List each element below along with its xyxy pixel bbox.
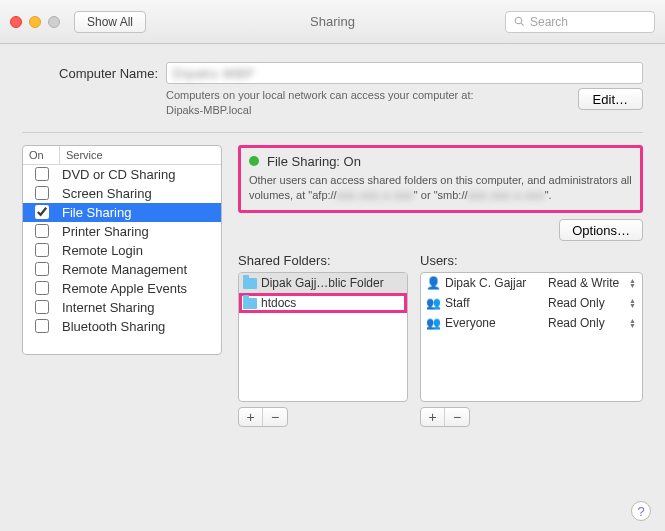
user-icon: 👥 (425, 296, 441, 310)
folder-row[interactable]: Dipak Gajj…blic Folder (239, 273, 407, 293)
permission-value: Read & Write (548, 276, 619, 290)
remove-folder-button[interactable]: − (263, 408, 287, 426)
service-label: Screen Sharing (60, 186, 221, 201)
edit-button[interactable]: Edit… (578, 88, 643, 110)
status-description: Other users can access shared folders on… (249, 173, 632, 203)
status-title: File Sharing: On (267, 154, 361, 169)
user-name: Everyone (445, 316, 548, 330)
service-label: Bluetooth Sharing (60, 319, 221, 334)
computer-name-hint-row: Computers on your local network can acce… (22, 88, 643, 118)
folder-icon (243, 278, 257, 289)
window-title: Sharing (310, 14, 355, 29)
users-label: Users: (420, 253, 643, 268)
zoom-icon[interactable] (48, 16, 60, 28)
service-label: File Sharing (60, 205, 221, 220)
minimize-icon[interactable] (29, 16, 41, 28)
service-checkbox[interactable] (35, 243, 49, 257)
add-user-button[interactable]: + (421, 408, 445, 426)
computer-name-row: Computer Name: Dipaks MBP (22, 62, 643, 84)
add-folder-button[interactable]: + (239, 408, 263, 426)
status-line: File Sharing: On (249, 154, 632, 169)
user-name: Dipak C. Gajjar (445, 276, 548, 290)
service-checkbox[interactable] (35, 262, 49, 276)
search-input[interactable]: Search (505, 11, 655, 33)
service-label: Internet Sharing (60, 300, 221, 315)
search-placeholder: Search (530, 15, 568, 29)
service-label: Remote Apple Events (60, 281, 221, 296)
user-row[interactable]: 👥StaffRead Only▲▼ (421, 293, 642, 313)
folders-add-remove: + − (238, 407, 288, 427)
show-all-button[interactable]: Show All (74, 11, 146, 33)
remove-user-button[interactable]: − (445, 408, 469, 426)
service-checkbox[interactable] (35, 300, 49, 314)
service-label: Remote Login (60, 243, 221, 258)
user-row[interactable]: 👥EveryoneRead Only▲▼ (421, 313, 642, 333)
services-panel: On Service DVD or CD SharingScreen Shari… (22, 145, 222, 428)
service-label: Remote Management (60, 262, 221, 277)
service-checkbox[interactable] (35, 205, 49, 219)
close-icon[interactable] (10, 16, 22, 28)
folder-name: htdocs (261, 296, 296, 310)
folder-row[interactable]: htdocs (239, 293, 407, 313)
folder-icon (243, 298, 257, 309)
shared-folders-label: Shared Folders: (238, 253, 408, 268)
service-row[interactable]: DVD or CD Sharing (23, 165, 221, 184)
status-box: File Sharing: On Other users can access … (238, 145, 643, 214)
permission-selector[interactable]: Read & Write▲▼ (548, 276, 638, 290)
computer-name-label: Computer Name: (22, 66, 158, 81)
stepper-icon[interactable]: ▲▼ (629, 318, 636, 328)
titlebar: Show All Sharing Search (0, 0, 665, 44)
options-button[interactable]: Options… (559, 219, 643, 241)
separator (22, 132, 643, 133)
service-row[interactable]: File Sharing (23, 203, 221, 222)
permission-selector[interactable]: Read Only▲▼ (548, 296, 638, 310)
status-indicator-icon (249, 156, 259, 166)
service-label: DVD or CD Sharing (60, 167, 221, 182)
service-row[interactable]: Screen Sharing (23, 184, 221, 203)
services-list[interactable]: On Service DVD or CD SharingScreen Shari… (22, 145, 222, 355)
content: Computer Name: Dipaks MBP Computers on y… (0, 44, 665, 445)
service-row[interactable]: Printer Sharing (23, 222, 221, 241)
computer-name-hint: Computers on your local network can acce… (166, 88, 566, 118)
users-column: Users: 👤Dipak C. GajjarRead & Write▲▼👥St… (420, 253, 643, 427)
permission-value: Read Only (548, 316, 605, 330)
help-button[interactable]: ? (631, 501, 651, 521)
stepper-icon[interactable]: ▲▼ (629, 278, 636, 288)
detail-panel: File Sharing: On Other users can access … (238, 145, 643, 428)
permission-selector[interactable]: Read Only▲▼ (548, 316, 638, 330)
service-checkbox[interactable] (35, 319, 49, 333)
service-row[interactable]: Bluetooth Sharing (23, 317, 221, 336)
stepper-icon[interactable]: ▲▼ (629, 298, 636, 308)
service-row[interactable]: Remote Management (23, 260, 221, 279)
service-row[interactable]: Internet Sharing (23, 298, 221, 317)
services-header: On Service (23, 146, 221, 165)
user-name: Staff (445, 296, 548, 310)
service-checkbox[interactable] (35, 167, 49, 181)
service-label: Printer Sharing (60, 224, 221, 239)
user-icon: 👥 (425, 316, 441, 330)
shared-folders-list[interactable]: Dipak Gajj…blic Folderhtdocs (238, 272, 408, 402)
folder-name: Dipak Gajj…blic Folder (261, 276, 384, 290)
service-row[interactable]: Remote Apple Events (23, 279, 221, 298)
service-checkbox[interactable] (35, 186, 49, 200)
users-list[interactable]: 👤Dipak C. GajjarRead & Write▲▼👥StaffRead… (420, 272, 643, 402)
computer-name-value: Dipaks MBP (173, 66, 255, 81)
service-checkbox[interactable] (35, 281, 49, 295)
permission-value: Read Only (548, 296, 605, 310)
users-add-remove: + − (420, 407, 470, 427)
search-icon (514, 16, 525, 27)
user-row[interactable]: 👤Dipak C. GajjarRead & Write▲▼ (421, 273, 642, 293)
service-checkbox[interactable] (35, 224, 49, 238)
shared-folders-column: Shared Folders: Dipak Gajj…blic Folderht… (238, 253, 408, 427)
service-row[interactable]: Remote Login (23, 241, 221, 260)
computer-name-field[interactable]: Dipaks MBP (166, 62, 643, 84)
user-icon: 👤 (425, 276, 441, 290)
traffic-lights (10, 16, 60, 28)
